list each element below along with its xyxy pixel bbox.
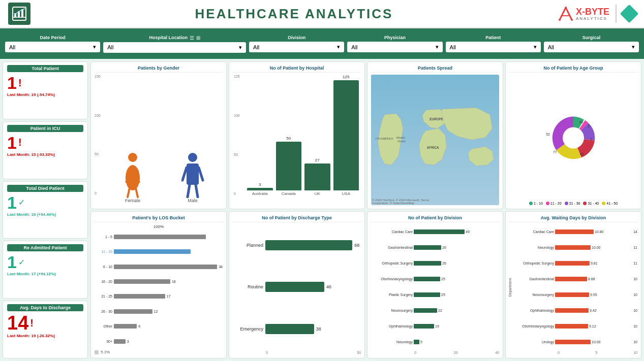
kpi-avg-days: Avg. Days to Discharge 14 ! Last Month: … [3, 301, 88, 358]
kpi-re-admitted-value: 1 [7, 253, 17, 271]
gender-yaxis-100: 100 [95, 114, 101, 117]
map-chart-card: Patients Spread EUROPE Atlantic O [367, 61, 503, 209]
filter-physician-select[interactable]: All ▾ [347, 42, 442, 52]
avg-yaxis-label: Department [508, 224, 512, 350]
hosp-bar-usa: 125 USA [333, 75, 359, 196]
div-row-otorhin: Otorhinolaryngology 25 [371, 277, 499, 281]
world-map-svg: EUROPE Atlantic Ocean AFRICA ITH AMERICA [371, 75, 499, 205]
svg-text:Ocean: Ocean [397, 140, 406, 143]
svg-text:EUROPE: EUROPE [430, 117, 443, 121]
brand-area: X-BYTE ANALYTICS [558, 5, 636, 23]
discharge-chart-card: No of Patient by Discharge Type Planned … [229, 211, 365, 359]
kpi-re-admitted-title: Re Admitted Patient [7, 244, 83, 251]
svg-text:AFRICA: AFRICA [427, 146, 439, 149]
filter-hospital-select[interactable]: All ▾ [103, 42, 246, 53]
male-label: Male [188, 198, 198, 203]
chevron-down-icon-4: ▾ [436, 44, 439, 50]
svg-text:24: 24 [579, 120, 583, 124]
filter-surgical-label: Surgical [544, 35, 639, 40]
gender-yaxis-50: 50 [95, 152, 101, 156]
kpi-total-patient-sub: Last Month: 19 (-94.74%) [7, 92, 83, 97]
los-footer: 5.1% [95, 350, 223, 354]
map-copyright: © 2024 TomTom, © 2024 Microsoft, TermsCo… [372, 199, 429, 205]
svg-line-17 [136, 188, 138, 197]
los-row-30plus: 30+ 3 [95, 339, 223, 344]
svg-line-16 [128, 188, 130, 197]
filter-hospital: Hospital Location ☰ ⊞ All ▾ [103, 35, 246, 53]
avg-waiting-body: Department Cardiac Care 10.80 14 Neurolo… [509, 224, 637, 350]
gender-yaxis-150: 150 [95, 75, 101, 78]
avg-row-neurosurgery: Neurosurgery 9.55 10 [509, 292, 637, 297]
donut-chart-svg: 24 2 7 41 77 52 [540, 111, 606, 165]
gender-yaxis-0: 0 [95, 191, 101, 195]
avg-row-cardiac: Cardiac Care 10.80 14 [509, 229, 637, 234]
svg-text:77: 77 [553, 150, 557, 154]
filter-patient-label: Patient [446, 35, 541, 40]
legend-31-40: 31 - 40 [583, 202, 599, 205]
div-row-orthopedic: Orthopedic Surgery 26 [371, 261, 499, 266]
svg-line-23 [196, 185, 198, 197]
kpi-total-patient-title: Total Patient [7, 65, 83, 72]
avg-waiting-chart-card: Avg. Waiting Days by Division Department… [505, 211, 641, 359]
div-row-ophthalmology: Ophthalmology 19 [371, 324, 499, 329]
div-row-plastic: Plastic Surgery 25 [371, 292, 499, 297]
svg-text:2: 2 [588, 124, 590, 128]
hospital-chart-card: No of Patient by Hospital 125 100 50 0 3… [229, 61, 365, 209]
hosp-yaxis-50: 50 [234, 153, 240, 156]
filter-patient-select[interactable]: All ▾ [446, 42, 541, 52]
division-chart-title: No of Patient by Division [371, 215, 499, 222]
brand-icon [558, 6, 574, 22]
filter-physician: Physician All ▾ [347, 35, 442, 52]
filter-date-period-select[interactable]: All ▾ [5, 42, 100, 52]
filter-physician-label: Physician [347, 35, 442, 40]
brand-name: X-BYTE [576, 7, 609, 16]
male-icon [181, 152, 204, 198]
avg-row-urology: Urology 10.00 10 [509, 340, 637, 344]
gender-chart-title: Patients by Gender [95, 65, 223, 73]
svg-text:52: 52 [546, 133, 550, 136]
svg-line-20 [182, 168, 187, 180]
kpi-patient-icu: Patient in ICU 1 ! Last Month: 15 (-93.3… [3, 121, 88, 179]
svg-text:ITH AMERICA: ITH AMERICA [376, 137, 393, 140]
chevron-down-icon-5: ▾ [534, 44, 537, 50]
kpi-avg-days-value: 14 [7, 313, 28, 333]
los-row-1-5: 1 - 5 [95, 235, 223, 239]
kpi-total-patient: Total Patient 1 ! Last Month: 19 (-94.74… [3, 61, 88, 119]
filter-surgical: Surgical All ▾ [544, 35, 639, 52]
female-figure: Female [121, 152, 144, 203]
gender-chart-body: 150 100 50 0 Female [95, 75, 223, 205]
chevron-down-icon: ▾ [93, 44, 96, 50]
filter-icon-2[interactable]: ⊞ [196, 35, 200, 41]
los-row-6-10: 6 - 10 38 [95, 265, 223, 269]
los-row-other: Other 6 [95, 324, 223, 329]
chevron-down-icon-2: ▾ [239, 44, 242, 51]
division-chart-body: Cardiac Care 49 Gastrointestinal 26 Orth… [371, 224, 499, 350]
legend-1-10: 1 - 10 [529, 202, 543, 205]
avg-row-neurology: Neurology 10.00 11 [509, 245, 637, 250]
chevron-down-icon-3: ▾ [337, 44, 340, 50]
female-icon [121, 152, 144, 198]
hospital-chart-body: 125 100 50 0 3 Australia 50 Canada [233, 75, 361, 205]
avg-waiting-chart-title: Avg. Waiting Days by Division [509, 215, 637, 222]
female-label: Female [125, 198, 140, 203]
avg-row-orthopedic: Orthopedic Surgery 9.81 11 [509, 261, 637, 266]
division-xaxis: 0 20 40 [371, 351, 499, 354]
header-icon [8, 3, 30, 25]
header: HEALTHCARE ANALYTICS X-BYTE ANALYTICS [0, 0, 644, 28]
filter-division-select[interactable]: All ▾ [249, 42, 344, 52]
filter-surgical-select[interactable]: All ▾ [544, 42, 639, 52]
avg-xaxis: 0 5 10 [509, 351, 637, 354]
svg-point-11 [565, 7, 567, 9]
kpi-died-sub: Last Month: 18 (+94.44%) [7, 212, 83, 217]
avg-row-otorhin: Otorhinolaryngology 9.12 10 [509, 324, 637, 329]
discharge-xaxis: 0 50 [233, 351, 361, 354]
hosp-yaxis-0: 0 [234, 192, 240, 195]
legend-11-20: 11 - 20 [546, 202, 562, 205]
gender-chart-card: Patients by Gender 150 100 50 0 [90, 61, 227, 209]
div-row-neurology: Neurology 5 [371, 340, 499, 344]
svg-text:41: 41 [580, 152, 584, 156]
hosp-yaxis-125: 125 [234, 75, 240, 78]
svg-line-22 [188, 185, 190, 197]
filter-icon-1[interactable]: ☰ [190, 35, 194, 41]
los-chart-body: 1 - 5 11 - 15 6 - 10 38 16 - 20 18 [95, 230, 223, 349]
